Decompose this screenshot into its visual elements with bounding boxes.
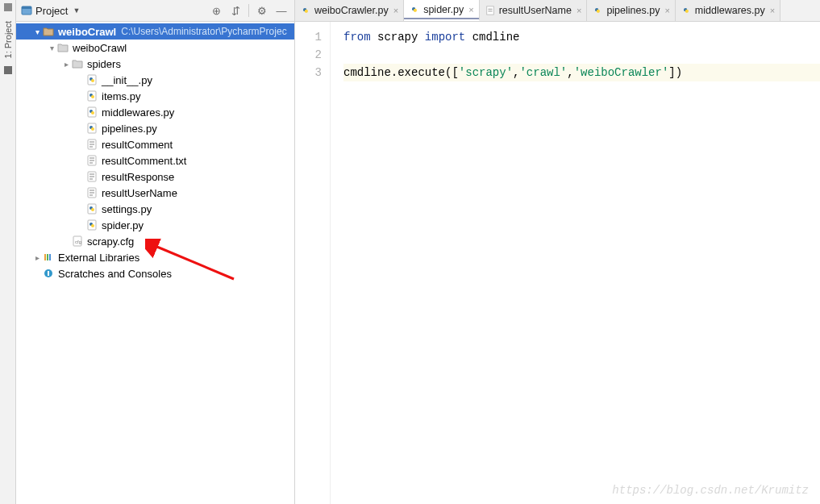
tree-item-label: spider.py bbox=[102, 219, 144, 231]
close-icon[interactable]: × bbox=[468, 5, 473, 15]
tree-item-label: weiboCrawl bbox=[73, 42, 127, 54]
tree-scratches[interactable]: Scratches and Consoles bbox=[16, 265, 294, 281]
text-file-icon bbox=[85, 186, 98, 199]
project-tree[interactable]: ▾ weiboCrawl C:\Users\Administrator\Pych… bbox=[16, 22, 294, 504]
tab-label: pipelines.py bbox=[606, 5, 660, 16]
tree-item-label: spiders bbox=[87, 58, 121, 70]
svg-rect-40 bbox=[49, 254, 51, 260]
tree-item-label: middlewares.py bbox=[102, 106, 174, 119]
tree-file-resultcomment-txt[interactable]: resultComment.txt bbox=[16, 152, 294, 169]
tree-item-label: resultUserName bbox=[102, 187, 177, 199]
python-file-icon bbox=[85, 106, 98, 119]
python-file-icon bbox=[85, 202, 98, 215]
tree-item-label: __init__.py bbox=[102, 74, 152, 86]
tree-file-pipelines[interactable]: pipelines.py bbox=[16, 120, 294, 136]
chevron-down-icon[interactable]: ▼ bbox=[73, 6, 80, 15]
python-file-icon bbox=[300, 5, 311, 16]
text-file-icon bbox=[485, 5, 496, 16]
libraries-icon bbox=[42, 251, 55, 264]
chevron-down-icon[interactable]: ▾ bbox=[47, 44, 56, 52]
folder-icon bbox=[42, 25, 55, 38]
tree-item-label: weiboCrawl bbox=[58, 26, 116, 38]
tree-file-scrapycfg[interactable]: cfg scrapy.cfg bbox=[16, 233, 294, 249]
folder-icon bbox=[56, 41, 69, 54]
python-file-icon bbox=[592, 5, 603, 16]
line-gutter: 1 2 3 bbox=[295, 22, 331, 504]
code-line[interactable]: cmdline.execute(['scrapy','crawl','weibo… bbox=[343, 64, 820, 81]
collapse-all-button[interactable]: ⇵ bbox=[227, 2, 244, 19]
tool-window-rail[interactable]: 1: Project bbox=[0, 0, 16, 504]
tree-file-resultusername[interactable]: resultUserName bbox=[16, 185, 294, 201]
code-line[interactable]: from scrapy import cmdline bbox=[343, 28, 820, 46]
chevron-down-icon[interactable]: ▾ bbox=[32, 27, 42, 36]
project-panel-title[interactable]: Project bbox=[35, 5, 68, 17]
tab-pipelines[interactable]: pipelines.py × bbox=[587, 0, 675, 21]
svg-rect-42 bbox=[48, 271, 49, 276]
svg-point-45 bbox=[305, 10, 308, 13]
folder-icon bbox=[71, 57, 84, 70]
tree-project-root[interactable]: ▾ weiboCrawl C:\Users\Administrator\Pych… bbox=[16, 23, 294, 40]
python-file-icon bbox=[409, 4, 420, 15]
tab-label: spider.py bbox=[423, 4, 464, 15]
rail-marker-icon bbox=[4, 66, 12, 74]
project-tool-button[interactable]: 1: Project bbox=[3, 21, 13, 58]
code-line[interactable] bbox=[343, 46, 820, 64]
python-file-icon bbox=[85, 73, 98, 86]
tab-spider[interactable]: spider.py × bbox=[404, 0, 479, 21]
project-panel-header: Project ▼ ⊕ ⇵ ⚙ — bbox=[16, 0, 294, 22]
editor-tabs[interactable]: weiboCrawler.py × spider.py × resultUser… bbox=[295, 0, 820, 22]
tree-item-label: settings.py bbox=[102, 203, 152, 215]
close-icon[interactable]: × bbox=[770, 6, 775, 15]
svg-rect-48 bbox=[486, 6, 493, 15]
code-content[interactable]: from scrapy import cmdline cmdline.execu… bbox=[331, 22, 820, 504]
project-view-icon bbox=[21, 5, 32, 16]
tab-label: weiboCrawler.py bbox=[314, 5, 389, 16]
line-number: 2 bbox=[295, 46, 322, 64]
tab-weibocrawler[interactable]: weiboCrawler.py × bbox=[295, 0, 404, 21]
tree-folder-weibocrawl[interactable]: ▾ weiboCrawl bbox=[16, 40, 294, 56]
svg-point-47 bbox=[414, 9, 417, 12]
project-panel: Project ▼ ⊕ ⇵ ⚙ — ▾ weiboCrawl C:\Users\… bbox=[16, 0, 295, 504]
code-editor[interactable]: 1 2 3 from scrapy import cmdline cmdline… bbox=[295, 22, 820, 504]
python-file-icon bbox=[85, 122, 98, 135]
tree-item-path: C:\Users\Administrator\PycharmProjec bbox=[121, 26, 286, 37]
tree-file-items[interactable]: items.py bbox=[16, 88, 294, 104]
svg-text:cfg: cfg bbox=[75, 240, 81, 244]
svg-point-52 bbox=[597, 10, 600, 13]
svg-point-32 bbox=[91, 208, 94, 211]
python-file-icon bbox=[85, 90, 98, 102]
scroll-from-source-button[interactable]: ⊕ bbox=[208, 2, 224, 19]
close-icon[interactable]: × bbox=[664, 6, 669, 15]
tree-item-label: resultComment bbox=[102, 139, 173, 151]
settings-gear-button[interactable]: ⚙ bbox=[254, 2, 270, 19]
tree-file-resultcomment[interactable]: resultComment bbox=[16, 136, 294, 152]
svg-point-4 bbox=[91, 79, 94, 82]
svg-point-7 bbox=[91, 95, 94, 98]
text-file-icon bbox=[85, 138, 98, 151]
hide-panel-button[interactable]: — bbox=[273, 2, 289, 19]
editor-area: weiboCrawler.py × spider.py × resultUser… bbox=[295, 0, 820, 504]
text-file-icon bbox=[85, 154, 98, 167]
tree-file-middlewares[interactable]: middlewares.py bbox=[16, 104, 294, 120]
close-icon[interactable]: × bbox=[393, 6, 398, 15]
tree-item-label: pipelines.py bbox=[102, 123, 157, 135]
tree-item-label: scrapy.cfg bbox=[87, 235, 134, 248]
tree-folder-spiders[interactable]: ▸ spiders bbox=[16, 56, 294, 72]
svg-rect-38 bbox=[44, 254, 46, 260]
chevron-right-icon[interactable]: ▸ bbox=[32, 253, 42, 262]
tree-external-libraries[interactable]: ▸ External Libraries bbox=[16, 249, 294, 265]
line-number: 1 bbox=[295, 28, 322, 46]
rail-marker-icon bbox=[4, 3, 12, 11]
tree-file-init[interactable]: __init__.py bbox=[16, 72, 294, 88]
scratches-icon bbox=[42, 267, 55, 280]
tree-file-settings[interactable]: settings.py bbox=[16, 201, 294, 217]
tab-label: resultUserName bbox=[499, 5, 572, 16]
tab-label: middlewares.py bbox=[695, 5, 765, 16]
tab-middlewares[interactable]: middlewares.py × bbox=[676, 0, 780, 21]
chevron-right-icon[interactable]: ▸ bbox=[61, 60, 71, 69]
tree-file-resultresponse[interactable]: resultResponse bbox=[16, 169, 294, 185]
tree-file-spider[interactable]: spider.py bbox=[16, 217, 294, 233]
close-icon[interactable]: × bbox=[576, 6, 581, 15]
svg-rect-1 bbox=[22, 6, 31, 9]
tab-resultusername[interactable]: resultUserName × bbox=[480, 0, 588, 21]
